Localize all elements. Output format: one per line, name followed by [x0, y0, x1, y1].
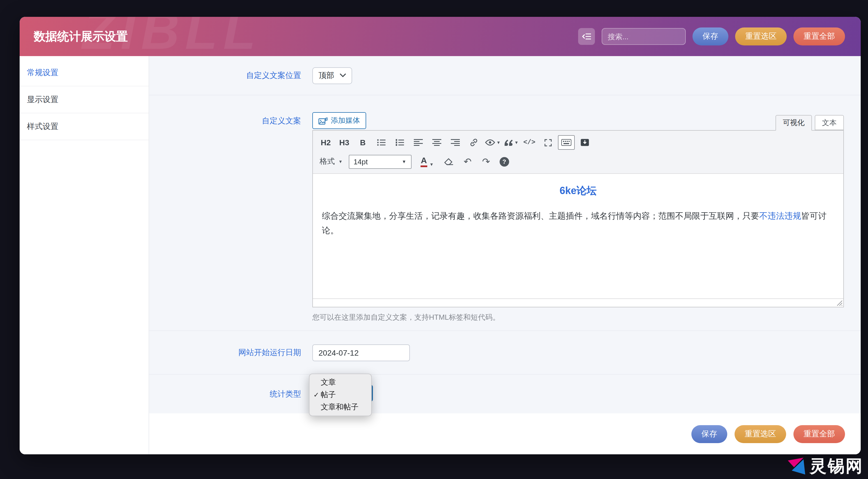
row-stat-type: 统计类型 文章 ✓ 帖子	[149, 375, 861, 413]
select-arrow-icon: ▼	[402, 159, 406, 164]
dropdown-option-articles-and-posts[interactable]: 文章和帖子	[310, 401, 371, 413]
menu-collapse-icon	[582, 33, 591, 40]
sidebar-item-general[interactable]: 常规设置	[20, 59, 149, 86]
undo-icon: ↶	[464, 157, 472, 166]
footer-reset-selection-button[interactable]: 重置选区	[735, 425, 786, 443]
redo-button[interactable]: ↷	[478, 154, 495, 169]
brand-logo-icon	[785, 455, 807, 478]
tab-visual-label: 可视化	[783, 118, 805, 128]
caret-down-icon: ▾	[430, 161, 433, 167]
save-button[interactable]: 保存	[692, 28, 728, 46]
font-size-select[interactable]: 14pt ▼	[348, 154, 411, 169]
add-media-button[interactable]: 添加媒体	[312, 112, 366, 129]
numbered-list-button[interactable]	[392, 135, 408, 150]
font-size-value: 14pt	[353, 157, 368, 166]
toolbar-row-2: 格式 ▾ 14pt ▼	[317, 152, 839, 171]
header-actions: 保存 重置选区 重置全部	[578, 28, 845, 46]
fullscreen-button[interactable]	[539, 135, 556, 150]
code-button[interactable]: </>	[521, 135, 538, 150]
bullet-list-button[interactable]	[373, 135, 390, 150]
format-dropdown[interactable]: 格式 ▾	[320, 156, 342, 167]
caret-down-icon: ▾	[339, 159, 342, 164]
text-color-letter: A	[420, 156, 428, 167]
toolbar-toggle-button[interactable]	[578, 28, 595, 45]
tab-visual[interactable]: 可视化	[775, 115, 812, 131]
fullscreen-icon	[544, 138, 552, 147]
link-icon	[469, 138, 478, 147]
site-brand: 灵锡网	[785, 455, 864, 478]
field-label: 自定义文案	[149, 112, 301, 126]
wp-editor: 添加媒体 可视化 文本	[312, 112, 844, 323]
insert-download-button[interactable]	[577, 135, 593, 150]
sidebar-item-display[interactable]: 显示设置	[20, 86, 149, 113]
download-box-icon	[580, 139, 589, 146]
stat-type-dropdown: 文章 ✓ 帖子 文章和帖子	[309, 373, 372, 416]
text-color-button[interactable]: A ▾	[420, 156, 433, 167]
position-select[interactable]: 顶部	[312, 67, 352, 84]
sidebar-item-style[interactable]: 样式设置	[20, 113, 149, 140]
chevron-down-icon	[340, 73, 346, 78]
editor-paragraph: 综合交流聚集地，分享生活，记录有趣，收集各路资源福利、主题插件，域名行情等内容；…	[322, 209, 834, 238]
row-start-date: 网站开始运行日期	[149, 331, 861, 375]
brand-logo-text: 灵锡网	[810, 455, 864, 478]
format-dropdown-label: 格式	[320, 156, 335, 167]
paragraph-text: 综合交流聚集地，分享生活，记录有趣，收集各路资源福利、主题插件，域名行情等内容；…	[322, 211, 759, 220]
field-label: 自定义文案位置	[149, 70, 301, 81]
sidebar-item-label: 显示设置	[27, 94, 58, 104]
reset-selection-button[interactable]: 重置选区	[735, 28, 787, 46]
start-date-input[interactable]	[312, 344, 410, 361]
tab-text[interactable]: 文本	[815, 115, 844, 130]
numbered-list-icon	[395, 139, 404, 146]
heading2-button[interactable]: H2	[317, 135, 334, 150]
panel-header: ZIBLL 数据统计展示设置 保存 重置选区 重置全部	[20, 17, 861, 56]
option-label: 帖子	[321, 390, 336, 400]
eye-icon	[485, 139, 495, 146]
field-label: 统计类型	[149, 389, 301, 399]
redo-icon: ↷	[482, 157, 490, 166]
align-center-icon	[432, 139, 441, 146]
heading3-button[interactable]: H3	[336, 135, 353, 150]
settings-content: 自定义文案位置 顶部 自定义文案	[149, 56, 861, 413]
align-right-button[interactable]	[447, 135, 464, 150]
option-label: 文章	[321, 378, 336, 388]
align-left-button[interactable]	[410, 135, 427, 150]
eraser-icon	[444, 158, 454, 165]
field-hint: 您可以在这里添加自定义文案，支持HTML标签和短代码。	[312, 312, 844, 323]
toolbar-row-1: H2 H3 B	[317, 133, 839, 152]
toolbar-toggle-kitchen-sink-button[interactable]	[558, 135, 575, 150]
sidebar-item-label: 常规设置	[27, 68, 58, 78]
clear-formatting-button[interactable]	[441, 154, 458, 169]
option-label: 文章和帖子	[321, 402, 359, 412]
field-label: 网站开始运行日期	[149, 348, 301, 358]
page: ZIBLL 数据统计展示设置 保存 重置选区 重置全部 常规设置	[0, 0, 868, 479]
dropdown-option-posts[interactable]: ✓ 帖子	[310, 389, 371, 401]
position-select-value: 顶部	[318, 70, 334, 81]
reset-all-button[interactable]: 重置全部	[794, 28, 845, 46]
caret-down-icon: ▾	[515, 140, 518, 145]
row-custom-text: 自定义文案	[149, 95, 861, 331]
align-center-button[interactable]	[428, 135, 445, 150]
dropdown-option-articles[interactable]: 文章	[310, 376, 371, 389]
link-button[interactable]	[465, 135, 482, 150]
editor-status-bar	[313, 298, 843, 307]
tab-text-label: 文本	[822, 118, 837, 128]
resize-grip[interactable]	[837, 300, 843, 306]
settings-panel: ZIBLL 数据统计展示设置 保存 重置选区 重置全部 常规设置	[20, 17, 861, 454]
bold-button[interactable]: B	[354, 135, 371, 150]
add-media-icon	[318, 117, 328, 124]
page-title: 数据统计展示设置	[34, 29, 128, 44]
row-custom-text-position: 自定义文案位置 顶部	[149, 56, 861, 95]
preview-dropdown-button[interactable]: ▾	[484, 135, 501, 150]
add-media-label: 添加媒体	[331, 116, 360, 126]
footer-reset-all-button[interactable]: 重置全部	[794, 425, 845, 443]
panel-body: 常规设置 显示设置 样式设置 自定义文案位置 顶部	[20, 56, 861, 454]
footer-save-button[interactable]: 保存	[691, 425, 727, 443]
undo-button[interactable]: ↶	[459, 154, 476, 169]
editor-content[interactable]: 6ke论坛 综合交流聚集地，分享生活，记录有趣，收集各路资源福利、主题插件，域名…	[313, 174, 843, 298]
search-input[interactable]	[602, 28, 686, 45]
editor-link[interactable]: 不违法违规	[759, 211, 801, 220]
check-icon: ✓	[313, 391, 321, 399]
editor-box: H2 H3 B	[312, 130, 844, 307]
help-button[interactable]: ?	[500, 157, 509, 166]
blockquote-dropdown-button[interactable]: ▾	[502, 135, 519, 150]
